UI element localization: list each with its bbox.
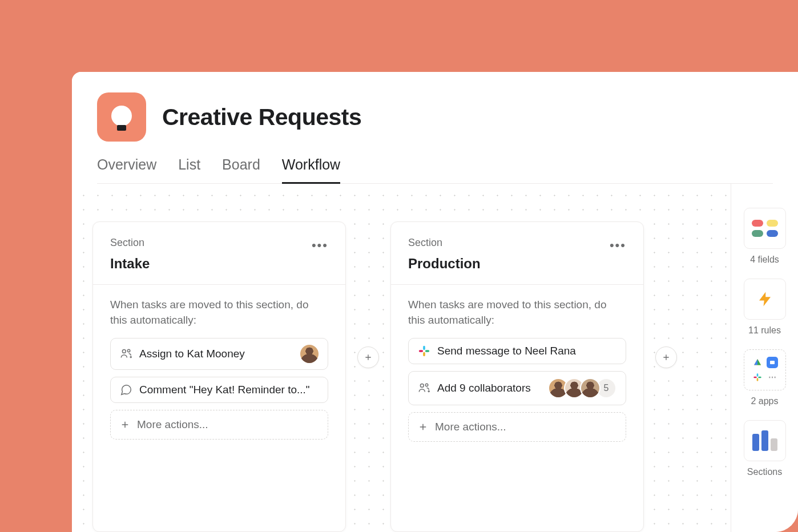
svg-point-0 <box>122 350 126 353</box>
action-slack-message[interactable]: Send message to Neel Rana <box>408 338 626 364</box>
avatar <box>580 378 600 398</box>
lightbulb-icon <box>110 106 133 128</box>
section-card-intake: Section Intake ••• When tasks are moved … <box>92 221 346 532</box>
svg-rect-3 <box>425 350 429 352</box>
plus-icon <box>364 353 373 362</box>
more-actions-button[interactable]: More actions... <box>408 412 626 442</box>
rail-fields-card[interactable] <box>744 208 786 249</box>
section-label: Section <box>110 237 150 249</box>
action-text: Add 9 collaborators <box>437 382 531 394</box>
fields-icon <box>752 220 778 237</box>
tab-list[interactable]: List <box>178 156 200 183</box>
project-icon <box>97 92 146 142</box>
right-rail: 4 fields 11 rules <box>731 184 798 532</box>
action-text: Assign to Kat Mooney <box>139 348 245 360</box>
svg-rect-9 <box>756 373 758 376</box>
section-more-icon[interactable]: ••• <box>610 237 626 252</box>
svg-rect-12 <box>753 377 756 378</box>
action-comment[interactable]: Comment "Hey Kat! Reminder to..." <box>110 377 328 403</box>
action-assign[interactable]: Assign to Kat Mooney <box>110 338 328 370</box>
tab-board[interactable]: Board <box>222 156 260 183</box>
more-actions-label: More actions... <box>137 418 208 431</box>
svg-point-7 <box>425 384 428 386</box>
comment-icon <box>120 384 132 396</box>
tab-workflow[interactable]: Workflow <box>282 156 340 184</box>
rail-rules-label: 11 rules <box>748 325 781 336</box>
tab-overview[interactable]: Overview <box>97 156 156 183</box>
avatar <box>300 345 319 363</box>
plus-icon <box>120 420 130 430</box>
project-title: Creative Requests <box>162 104 361 131</box>
automation-description: When tasks are moved to this section, do… <box>110 297 328 328</box>
assign-icon <box>418 382 430 394</box>
section-name: Production <box>408 256 481 272</box>
rail-apps-label: 2 apps <box>751 396 778 406</box>
rail-fields-label: 4 fields <box>750 255 779 265</box>
svg-rect-4 <box>423 352 425 356</box>
project-header: Creative Requests Overview List Board Wo… <box>72 72 798 184</box>
slack-icon <box>418 345 430 357</box>
more-actions-button[interactable]: More actions... <box>110 410 328 440</box>
apps-icon: ⋯ <box>752 357 778 383</box>
rail-sections-card[interactable] <box>744 420 786 461</box>
action-text: Send message to Neel Rana <box>437 345 576 357</box>
more-actions-label: More actions... <box>435 421 506 433</box>
plus-icon <box>662 353 671 362</box>
add-section-connector[interactable] <box>357 346 379 368</box>
action-text: Comment "Hey Kat! Reminder to..." <box>139 384 310 396</box>
automation-description: When tasks are moved to this section, do… <box>408 297 626 328</box>
rail-apps-card[interactable]: ⋯ <box>744 349 786 390</box>
section-card-production: Section Production ••• When tasks are mo… <box>390 221 644 532</box>
section-name: Intake <box>110 256 150 272</box>
rail-sections-label: Sections <box>747 467 782 477</box>
bolt-icon <box>756 289 773 309</box>
svg-rect-11 <box>756 378 758 381</box>
svg-point-1 <box>127 349 130 352</box>
rail-rules-card[interactable] <box>744 279 786 320</box>
app-window: Creative Requests Overview List Board Wo… <box>72 72 798 532</box>
tabs: Overview List Board Workflow <box>97 156 773 184</box>
svg-rect-5 <box>419 350 423 352</box>
section-more-icon[interactable]: ••• <box>312 237 328 252</box>
workflow-canvas[interactable]: Section Intake ••• When tasks are moved … <box>72 184 731 532</box>
add-section-connector[interactable] <box>655 346 677 368</box>
svg-rect-10 <box>758 377 761 378</box>
svg-point-6 <box>420 384 424 388</box>
avatar-stack: 5 <box>548 378 616 398</box>
plus-icon <box>418 422 428 432</box>
workflow-canvas-wrap: Section Intake ••• When tasks are moved … <box>72 184 798 532</box>
sections-icon <box>752 430 777 451</box>
svg-rect-8 <box>770 361 775 364</box>
assign-icon <box>120 348 132 360</box>
section-label: Section <box>408 237 481 249</box>
action-add-collaborators[interactable]: Add 9 collaborators 5 <box>408 371 626 405</box>
svg-rect-2 <box>423 346 425 350</box>
